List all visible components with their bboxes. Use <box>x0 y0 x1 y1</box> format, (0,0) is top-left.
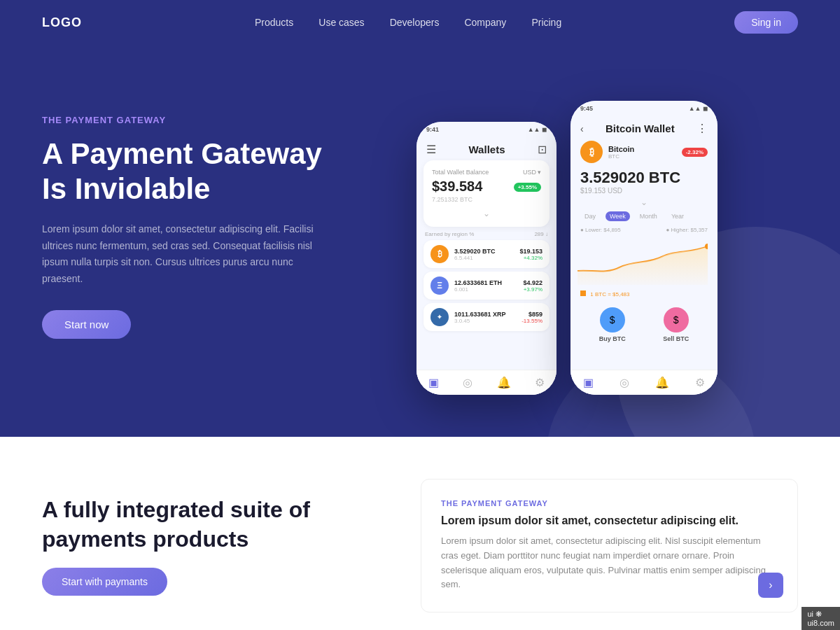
btc-units: 6.5.441 <box>454 255 519 261</box>
chart-area <box>570 236 718 288</box>
eth-units: 6.001 <box>454 286 523 293</box>
section2-left: A fully integrated suite of payments pro… <box>42 496 379 596</box>
nav-bell-icon-r[interactable]: 🔔 <box>655 376 669 389</box>
btc-amount: 3.529020 BTC <box>454 248 519 255</box>
eth-icon: Ξ <box>430 276 449 295</box>
chart-note: 1 BTC = $5,483 <box>570 288 718 302</box>
phone-time-left: 9:41 <box>426 126 439 133</box>
earn-value: 289 ↓ <box>534 231 548 237</box>
btc-screen-header: ‹ Bitcoin Wallet ⋮ <box>570 116 718 138</box>
nav-developers[interactable]: Developers <box>390 17 440 28</box>
chart-tab-year[interactable]: Year <box>667 211 688 221</box>
balance-label-row: Total Wallet Balance USD ▾ <box>432 169 541 176</box>
watermark-logo: ui ❋ <box>807 610 822 618</box>
section2-desc-title: Lorem ipsum dolor sit amet, consectetur … <box>441 514 778 527</box>
section2-title: A fully integrated suite of payments pro… <box>42 496 379 554</box>
scan-icon[interactable]: ⊡ <box>538 143 547 156</box>
coin-item-btc[interactable]: ₿ 3.529020 BTC 6.5.441 $19.153 +4.32% <box>424 240 550 268</box>
nav-wallet-icon[interactable]: ▣ <box>428 376 439 389</box>
nav-exchange-icon-r[interactable]: ◎ <box>620 376 629 389</box>
chart-tab-day[interactable]: Day <box>580 211 600 221</box>
nav-exchange-icon[interactable]: ◎ <box>463 376 472 389</box>
earn-label: Earned by region % <box>425 231 474 237</box>
nav-company[interactable]: Company <box>464 17 506 28</box>
btc-coin-abbr: BTC <box>608 153 634 160</box>
btc-change-badge: -2.32% <box>682 148 708 157</box>
chart-tabs: Day Week Month Year <box>570 209 718 225</box>
btc-coin-name: Bitcoin <box>608 145 634 153</box>
phone-icons-right: ▲▲ ◼ <box>689 105 708 112</box>
currency-select[interactable]: USD ▾ <box>523 169 541 176</box>
wallets-header: ☰ Wallets ⊡ <box>416 137 556 160</box>
watermark: ui ❋ ui8.com <box>802 607 840 630</box>
balance-label: Total Wallet Balance <box>432 169 489 176</box>
btc-usd-display: $19.153 USD <box>580 187 708 195</box>
section2-right-label: THE PAYMENT GATEWAY <box>441 499 778 507</box>
phone-icons-left: ▲▲ ◼ <box>528 126 547 133</box>
higher-stat: ● Higher: $5,357 <box>666 227 708 233</box>
hamburger-icon[interactable]: ☰ <box>426 143 436 156</box>
hero-title: A Payment GatewayIs Inviolable <box>42 136 336 207</box>
btc-value: $19.153 +4.32% <box>519 248 542 261</box>
buy-icon: $ <box>600 307 625 332</box>
wallets-title: Wallets <box>469 144 505 155</box>
phone-notch-right: 9:45 ▲▲ ◼ <box>570 101 718 116</box>
nav-bell-icon[interactable]: 🔔 <box>497 376 511 389</box>
section2-desc: Lorem ipsum dolor sit amet, consectetur … <box>441 534 778 592</box>
phone-bitcoin-wallet: 9:45 ▲▲ ◼ ‹ Bitcoin Wallet ⋮ ₿ Bitcoin B… <box>570 101 718 395</box>
phones-container: 9:41 ▲▲ ◼ ☰ Wallets ⊡ Total Wallet Balan… <box>336 87 798 395</box>
bottom-nav-left: ▣ ◎ 🔔 ⚙ <box>416 370 556 395</box>
xrp-amount: 1011.633681 XRP <box>454 311 522 318</box>
earn-row: Earned by region % 289 ↓ <box>416 227 556 240</box>
nav-products[interactable]: Products <box>255 17 293 28</box>
nav-settings-icon[interactable]: ⚙ <box>535 376 545 389</box>
phone-notch-left: 9:41 ▲▲ ◼ <box>416 122 556 137</box>
signin-button[interactable]: Sing in <box>734 11 798 34</box>
phone-time-right: 9:45 <box>580 105 593 112</box>
more-icon[interactable]: ⋮ <box>696 122 708 135</box>
btc-coin-icon: ₿ <box>580 141 603 163</box>
btc-amount-block: 3.529020 BTC $19.153 USD ⌄ <box>570 169 718 209</box>
start-button[interactable]: Start now <box>42 310 131 339</box>
btc-coin-name-block: Bitcoin BTC <box>608 145 634 160</box>
coin-item-xrp[interactable]: ✦ 1011.633681 XRP 3.0.45 $859 -13.55% <box>424 303 550 331</box>
btc-info: 3.529020 BTC 6.5.441 <box>454 248 519 261</box>
sell-icon: $ <box>664 307 689 332</box>
balance-card: Total Wallet Balance USD ▾ $39.584 +3.55… <box>424 160 550 227</box>
bitcoin-screen: ‹ Bitcoin Wallet ⋮ ₿ Bitcoin BTC -2.32% <box>570 116 718 395</box>
xrp-icon: ✦ <box>430 308 449 326</box>
btc-icon: ₿ <box>430 245 449 263</box>
btc-amount-display: 3.529020 BTC <box>580 169 708 187</box>
xrp-value: $859 -13.55% <box>522 311 542 324</box>
hero-label: THE PAYMENT GATEWAY <box>42 115 336 125</box>
start-payments-button[interactable]: Start with paymants <box>42 568 167 596</box>
chevron-down-icon[interactable]: ⌄ <box>432 206 541 218</box>
chart-stats: ● Lower: $4,895 ● Higher: $5,357 <box>570 225 718 236</box>
btc-coin-row: ₿ Bitcoin BTC -2.32% <box>570 138 718 169</box>
eth-info: 12.6333681 ETH 6.001 <box>454 279 523 293</box>
next-arrow-button[interactable]: › <box>758 573 783 598</box>
nav-wallet-icon-r[interactable]: ▣ <box>583 376 594 389</box>
nav-use-cases[interactable]: Use cases <box>318 17 364 28</box>
chart-tab-month[interactable]: Month <box>636 211 662 221</box>
buy-btc-button[interactable]: $ Buy BTC <box>599 307 626 342</box>
header: LOGO Products Use cases Developers Compa… <box>0 0 840 45</box>
btc-coin-left: ₿ Bitcoin BTC <box>580 141 634 163</box>
bitcoin-wallet-title: Bitcoin Wallet <box>606 122 675 134</box>
hero-section: THE PAYMENT GATEWAY A Payment GatewayIs … <box>0 45 840 437</box>
wallets-screen: ☰ Wallets ⊡ Total Wallet Balance USD ▾ $… <box>416 137 556 395</box>
hero-text: THE PAYMENT GATEWAY A Payment GatewayIs … <box>42 87 336 339</box>
xrp-units: 3.0.45 <box>454 318 522 324</box>
sell-btc-button[interactable]: $ Sell BTC <box>663 307 689 342</box>
coin-item-eth[interactable]: Ξ 12.6333681 ETH 6.001 $4.922 +3.97% <box>424 272 550 300</box>
chart-tab-week[interactable]: Week <box>606 211 630 221</box>
back-button[interactable]: ‹ <box>580 123 584 134</box>
price-chart <box>578 236 708 285</box>
nav-settings-icon-r[interactable]: ⚙ <box>695 376 705 389</box>
action-buttons: $ Buy BTC $ Sell BTC <box>570 302 718 348</box>
xrp-info: 1011.633681 XRP 3.0.45 <box>454 311 522 324</box>
logo: LOGO <box>42 15 82 30</box>
phone-wallets: 9:41 ▲▲ ◼ ☰ Wallets ⊡ Total Wallet Balan… <box>416 122 556 395</box>
section2: A fully integrated suite of payments pro… <box>0 437 840 630</box>
nav-pricing[interactable]: Pricing <box>531 17 561 28</box>
